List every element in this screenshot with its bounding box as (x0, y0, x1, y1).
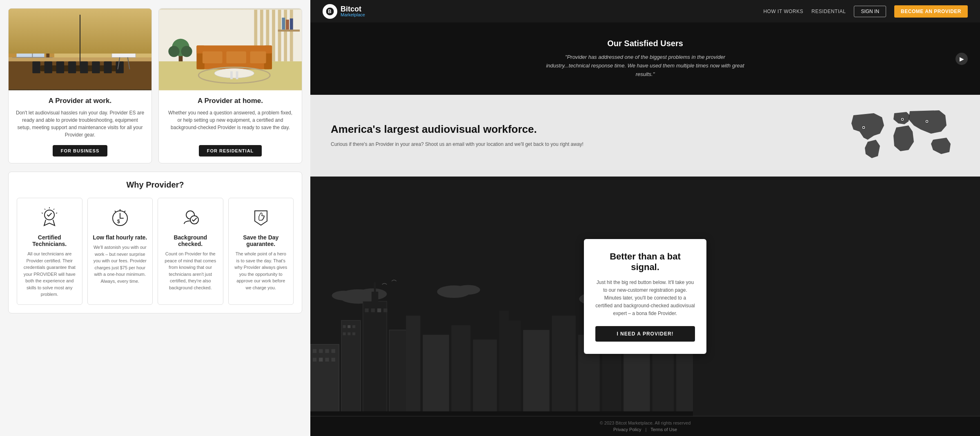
svg-rect-16 (68, 61, 76, 73)
testimonial-title: Our Satisfied Users (543, 39, 747, 48)
svg-rect-106 (452, 325, 471, 416)
svg-rect-104 (406, 315, 420, 416)
svg-rect-1 (9, 10, 151, 58)
nav-how-it-works[interactable]: HOW IT WORKS (763, 9, 803, 14)
svg-rect-49 (282, 18, 285, 29)
home-card-body: A Provider at home. Whether you need a q… (159, 90, 302, 163)
why-card-certified: Certified Technicians. All our technicia… (17, 198, 82, 305)
svg-rect-80 (310, 344, 339, 416)
svg-rect-105 (423, 335, 449, 416)
home-image (159, 9, 302, 90)
svg-rect-18 (92, 61, 100, 73)
provider-cards: A Provider at work. Don't let audiovisua… (8, 8, 302, 163)
cta-section: Better than a bat signal. Just hit the b… (310, 177, 980, 416)
svg-rect-85 (313, 358, 316, 361)
svg-rect-99 (365, 308, 369, 312)
svg-rect-82 (319, 349, 323, 353)
signin-button[interactable]: SIGN IN (854, 6, 886, 17)
svg-rect-93 (343, 332, 346, 335)
svg-rect-7 (45, 10, 54, 58)
logo-name: Bitcot (341, 5, 365, 13)
svg-rect-87 (325, 358, 329, 361)
svg-rect-88 (332, 358, 335, 361)
svg-point-11 (47, 40, 57, 49)
svg-point-70 (902, 119, 903, 120)
svg-rect-21 (112, 26, 136, 58)
left-panel: A Provider at work. Don't let audiovisua… (0, 0, 310, 436)
svg-rect-96 (363, 301, 387, 416)
svg-rect-97 (372, 291, 378, 303)
svg-rect-31 (278, 10, 281, 61)
workforce-text: America's largest audiovisual workforce.… (331, 123, 833, 148)
svg-rect-38 (203, 51, 223, 63)
svg-rect-42 (230, 71, 233, 79)
workforce-desc: Curious if there's an Provider in your a… (331, 141, 833, 148)
svg-rect-20 (116, 61, 124, 73)
why-card-guarantee: Save the Day guarantee. The whole point … (228, 198, 294, 305)
nav-residential[interactable]: RESIDENTIAL (811, 9, 846, 14)
why-card-certified-desc: All our technicians are Provider certifi… (22, 250, 77, 298)
svg-rect-92 (352, 325, 355, 328)
why-title: Why Provider? (17, 180, 294, 190)
testimonial-content: Our Satisfied Users "Provider has addres… (543, 39, 747, 78)
nav-links: HOW IT WORKS RESIDENTIAL SIGN IN BECOME … (763, 5, 968, 18)
svg-point-77 (456, 285, 480, 294)
why-card-certified-title: Certified Technicians. (22, 234, 77, 247)
svg-rect-14 (45, 61, 52, 73)
home-card-title: A Provider at home. (198, 97, 263, 105)
svg-rect-39 (226, 51, 246, 63)
why-card-rate-title: Low flat hourly rate. (93, 234, 147, 241)
svg-point-68 (863, 127, 864, 128)
testimonial-quote: "Provider has addressed one of the bigge… (543, 53, 747, 78)
why-card-guarantee-desc: The whole point of a hero is to save the… (234, 250, 289, 291)
svg-rect-30 (272, 10, 275, 61)
svg-rect-109 (499, 311, 509, 321)
svg-rect-6 (9, 10, 16, 58)
business-card-body: A Provider at work. Don't let audiovisua… (9, 90, 151, 163)
svg-rect-13 (32, 61, 40, 73)
business-image (9, 9, 151, 90)
privacy-link[interactable]: Privacy Policy (613, 427, 641, 432)
svg-rect-32 (284, 10, 287, 61)
for-residential-button[interactable]: FOR RESIDENTIAL (199, 145, 262, 157)
svg-line-57 (45, 209, 45, 210)
world-map (845, 107, 960, 164)
svg-rect-107 (473, 340, 497, 416)
business-card: A Provider at work. Don't let audiovisua… (8, 8, 152, 163)
svg-rect-90 (343, 325, 346, 328)
svg-rect-83 (325, 349, 329, 353)
svg-rect-110 (523, 330, 549, 416)
need-provider-button[interactable]: I NEED A PROVIDER! (595, 326, 695, 342)
cta-card: Better than a bat signal. Just hit the b… (584, 239, 706, 354)
svg-rect-8 (46, 45, 49, 57)
svg-text:B: B (328, 9, 332, 14)
terms-link[interactable]: Terms of Use (650, 427, 677, 432)
svg-point-47 (181, 46, 192, 57)
why-card-rate: $ Low flat hourly rate. We'll astonish y… (87, 198, 153, 305)
svg-rect-117 (310, 411, 693, 416)
svg-rect-2 (9, 61, 151, 89)
svg-rect-43 (236, 71, 238, 79)
footer-links: Privacy Policy | Terms of Use (331, 427, 960, 432)
why-card-background-title: Background checked. (163, 234, 218, 247)
logo: B Bitcot Marketplace (323, 4, 365, 19)
svg-point-9 (40, 34, 56, 49)
svg-rect-95 (352, 332, 355, 335)
why-card-background-desc: Count on Provider for the peace of mind … (163, 250, 218, 291)
why-card-background: Background checked. Count on Provider fo… (158, 198, 223, 305)
become-provider-button[interactable]: BECOME AN PROVIDER (894, 5, 968, 18)
header: B Bitcot Marketplace HOW IT WORKS RESIDE… (310, 0, 980, 22)
certified-icon (37, 205, 62, 229)
svg-rect-98 (374, 282, 376, 293)
next-testimonial-button[interactable]: ▶ (956, 53, 968, 65)
background-icon (178, 205, 203, 229)
testimonial-section: Our Satisfied Users "Provider has addres… (310, 22, 980, 95)
why-card-guarantee-title: Save the Day guarantee. (234, 234, 289, 247)
svg-rect-84 (332, 349, 335, 353)
svg-point-10 (38, 40, 47, 49)
workforce-title: America's largest audiovisual workforce. (331, 123, 833, 136)
why-card-rate-desc: We'll astonish you with our work – but n… (93, 244, 148, 284)
svg-line-56 (56, 213, 57, 213)
footer: © 2023 Bitcot Marketplace. All rights re… (310, 416, 980, 436)
for-business-button[interactable]: FOR BUSINESS (53, 145, 108, 157)
